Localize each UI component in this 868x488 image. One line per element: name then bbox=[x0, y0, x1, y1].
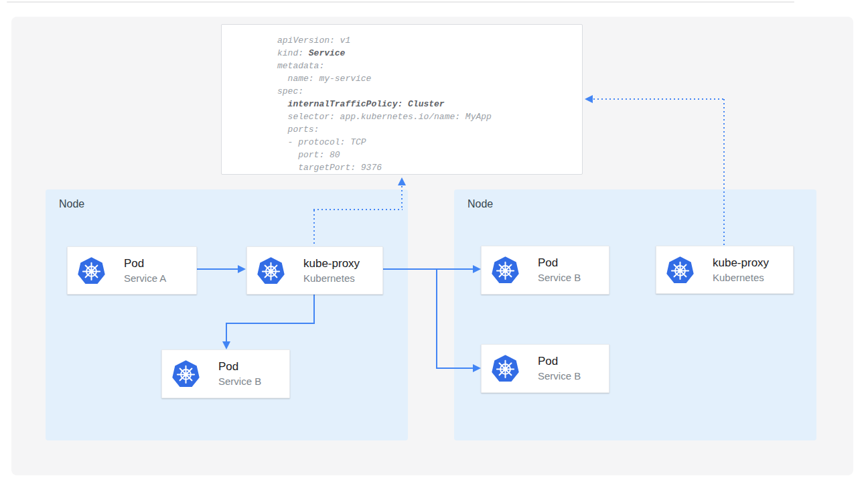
dotted-right-kubeproxy-up bbox=[723, 99, 725, 246]
card-subtitle: Service B bbox=[538, 370, 581, 383]
yaml-line: ports: bbox=[277, 123, 582, 136]
yaml-line: name: my-service bbox=[277, 72, 582, 85]
yaml-line: selector: app.kubernetes.io/name: MyApp bbox=[277, 110, 582, 123]
dotted-left-to-yaml bbox=[401, 186, 403, 209]
card-title: Pod bbox=[218, 359, 261, 374]
arrow-kubeproxy-down bbox=[313, 295, 315, 324]
diagram-canvas: apiVersion: v1 kind: Service metadata: n… bbox=[0, 0, 868, 488]
kubernetes-icon bbox=[256, 256, 286, 286]
yaml-line: kind: Service bbox=[277, 47, 582, 60]
kubernetes-icon bbox=[490, 255, 520, 285]
node-right-label: Node bbox=[467, 198, 493, 210]
arrow-kubeproxy-left bbox=[226, 323, 315, 324]
yaml-line: apiVersion: v1 bbox=[277, 34, 582, 47]
arrow-kubeproxy-right bbox=[383, 268, 473, 270]
yaml-line-highlight: internalTrafficPolicy: Cluster bbox=[277, 98, 582, 110]
node-left-label: Node bbox=[59, 198, 84, 210]
card-kube-proxy-right: kube-proxy Kubernetes bbox=[656, 246, 794, 294]
card-title: Pod bbox=[538, 256, 581, 270]
card-pod-service-a: Pod Service A bbox=[67, 246, 197, 295]
node-left: Node bbox=[46, 189, 408, 440]
node-right: Node bbox=[454, 189, 816, 440]
card-subtitle: Kubernetes bbox=[303, 272, 360, 285]
kubernetes-icon bbox=[665, 255, 695, 285]
dotted-left-kubeproxy-up bbox=[313, 210, 315, 246]
kubernetes-icon bbox=[490, 353, 520, 384]
card-pod-service-b-right-bottom: Pod Service B bbox=[481, 344, 609, 393]
arrowhead-right bbox=[473, 364, 481, 372]
arrowhead-right bbox=[473, 265, 481, 273]
arrowhead-left bbox=[585, 95, 593, 103]
yaml-line: port: 80 bbox=[277, 149, 582, 161]
card-subtitle: Service A bbox=[124, 272, 166, 285]
arrowhead-right bbox=[238, 265, 246, 273]
yaml-manifest-card: apiVersion: v1 kind: Service metadata: n… bbox=[221, 24, 583, 175]
card-title: kube-proxy bbox=[713, 256, 769, 270]
top-divider bbox=[7, 1, 794, 3]
dotted-right-horizontal bbox=[593, 98, 725, 100]
card-title: kube-proxy bbox=[303, 256, 360, 271]
yaml-line: - protocol: TCP bbox=[277, 136, 582, 149]
yaml-line: metadata: bbox=[277, 60, 582, 72]
card-subtitle: Kubernetes bbox=[713, 271, 769, 284]
arrowhead-up bbox=[398, 177, 406, 185]
kubernetes-icon bbox=[76, 256, 106, 286]
kubernetes-icon bbox=[171, 359, 201, 389]
arrow-branch-right bbox=[436, 368, 473, 369]
arrow-poda-to-kubeproxy bbox=[197, 268, 238, 270]
yaml-line: spec: bbox=[277, 85, 582, 98]
card-subtitle: Service B bbox=[538, 271, 581, 284]
card-kube-proxy-left: kube-proxy Kubernetes bbox=[246, 246, 383, 295]
arrow-to-podb-left bbox=[226, 323, 227, 341]
card-subtitle: Service B bbox=[218, 375, 261, 388]
yaml-line: targetPort: 9376 bbox=[277, 161, 582, 174]
card-pod-service-b-left: Pod Service B bbox=[161, 349, 290, 398]
dotted-left-horizontal bbox=[313, 209, 403, 210]
card-title: Pod bbox=[538, 354, 581, 369]
card-pod-service-b-right-top: Pod Service B bbox=[481, 246, 609, 295]
arrowhead-down bbox=[222, 341, 230, 349]
arrow-branch-down bbox=[436, 268, 437, 368]
card-title: Pod bbox=[124, 256, 166, 271]
